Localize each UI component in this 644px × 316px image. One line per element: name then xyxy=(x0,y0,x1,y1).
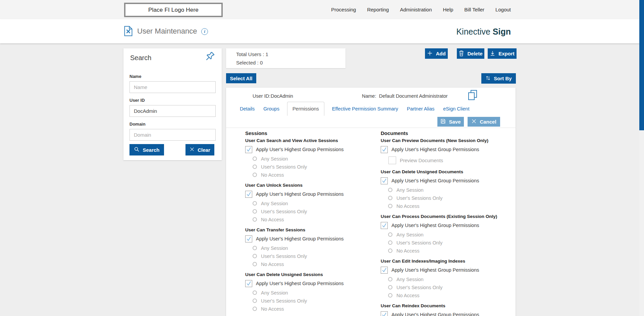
radio-user-s-sessions-only[interactable] xyxy=(253,209,257,214)
permission-radio-row: User's Sessions Only xyxy=(253,164,381,170)
delete-button-label: Delete xyxy=(467,51,482,56)
nav-item-help[interactable]: Help xyxy=(443,7,453,12)
export-button[interactable]: Export xyxy=(488,48,517,59)
tab-effective-permission-summary[interactable]: Effective Permission Summary xyxy=(332,106,398,111)
checkbox-apply-user-s-highest-group-permissions[interactable] xyxy=(245,235,252,242)
permission-radio-row: No Access xyxy=(253,217,381,222)
page-header: User Maintenance i Kinective Sign xyxy=(0,19,644,43)
radio-user-s-sessions-only[interactable] xyxy=(388,240,392,245)
clear-button[interactable]: Clear xyxy=(185,144,214,155)
radio-user-s-sessions-only[interactable] xyxy=(388,285,392,289)
radio-any-session[interactable] xyxy=(253,246,257,250)
permission-radio-row: No Access xyxy=(253,261,381,267)
radio-any-session[interactable] xyxy=(253,290,257,295)
radio-any-session[interactable] xyxy=(253,156,257,161)
cancel-button[interactable]: Cancel xyxy=(468,117,500,127)
checkbox-label: Apply User's Highest Group Permissions xyxy=(256,281,343,286)
trash-icon xyxy=(459,50,464,57)
permission-group-title: User Can Delete Unsigned Documents xyxy=(381,169,509,175)
radio-no-access[interactable] xyxy=(388,293,392,298)
radio-any-session[interactable] xyxy=(388,232,392,237)
permission-checkbox-row: Preview Documents xyxy=(388,156,509,164)
tab-groups[interactable]: Groups xyxy=(263,106,279,111)
nav-item-reporting[interactable]: Reporting xyxy=(367,7,389,12)
radio-label: User's Sessions Only xyxy=(396,285,442,290)
permission-radio-row: Any Session xyxy=(388,232,509,237)
download-icon xyxy=(490,50,495,57)
checkbox-apply-user-s-highest-group-permissions[interactable] xyxy=(381,311,388,316)
checkbox-apply-user-s-highest-group-permissions[interactable] xyxy=(245,146,252,153)
permission-group: User Can Delete Unsigned DocumentsApply … xyxy=(381,169,509,209)
scrollbar-thumb[interactable] xyxy=(639,0,644,130)
checkbox-label: Preview Documents xyxy=(400,158,443,163)
fi-logo-placeholder: Place FI Logo Here xyxy=(124,3,223,17)
radio-user-s-sessions-only[interactable] xyxy=(253,165,257,169)
radio-no-access[interactable] xyxy=(253,307,257,311)
save-button[interactable]: Save xyxy=(437,117,464,127)
checkbox-apply-user-s-highest-group-permissions[interactable] xyxy=(381,177,388,184)
permissions-column-sessions: SessionsUser Can Search and View Active … xyxy=(245,130,381,316)
permission-group-title: User Can Reindex Documents xyxy=(381,303,509,309)
radio-user-s-sessions-only[interactable] xyxy=(388,196,392,200)
permission-radio-row: Any Session xyxy=(253,156,381,162)
total-users-text: Total Users : 1 xyxy=(236,51,345,57)
search-button[interactable]: Search xyxy=(129,144,164,155)
add-button[interactable]: Add xyxy=(425,48,448,59)
radio-user-s-sessions-only[interactable] xyxy=(253,299,257,303)
permission-radio-row: User's Sessions Only xyxy=(253,253,381,259)
tab-partner-alias[interactable]: Partner Alias xyxy=(407,106,434,111)
checkbox-apply-user-s-highest-group-permissions[interactable] xyxy=(381,146,388,153)
checkbox-apply-user-s-highest-group-permissions[interactable] xyxy=(381,267,388,274)
permissions-section-heading: Sessions xyxy=(245,130,381,136)
radio-label: User's Sessions Only xyxy=(261,254,307,259)
permission-group-title: User Can Unlock Sessions xyxy=(245,183,381,188)
radio-no-access[interactable] xyxy=(253,217,257,222)
radio-any-session[interactable] xyxy=(388,188,392,192)
radio-any-session[interactable] xyxy=(388,277,392,281)
cancel-button-label: Cancel xyxy=(480,119,496,125)
sort-arrows-icon xyxy=(485,75,491,82)
checkbox-label: Apply User's Highest Group Permissions xyxy=(256,191,343,197)
permission-radio-row: Any Session xyxy=(253,245,381,251)
info-icon[interactable]: i xyxy=(201,28,208,35)
radio-no-access[interactable] xyxy=(388,204,392,208)
radio-label: No Access xyxy=(261,172,284,178)
user-id-input[interactable] xyxy=(129,105,216,117)
radio-label: No Access xyxy=(261,217,284,222)
checkbox-apply-user-s-highest-group-permissions[interactable] xyxy=(245,280,252,287)
detail-tabs: DetailsGroupsPermissionsEffective Permis… xyxy=(240,102,469,116)
checkbox-label: Apply User's Highest Group Permissions xyxy=(256,236,343,241)
radio-label: Any Session xyxy=(396,277,424,282)
domain-input[interactable] xyxy=(129,129,216,141)
radio-label: Any Session xyxy=(261,290,288,296)
checkbox-preview-documents[interactable] xyxy=(388,156,396,164)
nav-item-bill-teller[interactable]: Bill Teller xyxy=(464,7,484,12)
checkbox-label: Apply User's Highest Group Permissions xyxy=(391,178,479,183)
nav-item-processing[interactable]: Processing xyxy=(331,7,356,12)
tab-esign-client[interactable]: eSign Client xyxy=(443,106,469,111)
checkbox-apply-user-s-highest-group-permissions[interactable] xyxy=(245,191,252,198)
radio-label: User's Sessions Only xyxy=(261,209,307,214)
select-all-button[interactable]: Select All xyxy=(226,73,256,83)
nav-item-administration[interactable]: Administration xyxy=(400,7,432,12)
radio-no-access[interactable] xyxy=(388,249,392,253)
tab-permissions[interactable]: Permissions xyxy=(287,102,324,116)
tab-details[interactable]: Details xyxy=(240,106,255,111)
radio-no-access[interactable] xyxy=(253,173,257,177)
radio-any-session[interactable] xyxy=(253,201,257,206)
pin-icon[interactable] xyxy=(204,51,216,64)
nav-item-logout[interactable]: Logout xyxy=(495,7,511,12)
permission-group-title: User Can Edit Indexes/Imaging Indexes xyxy=(381,259,509,264)
name-input[interactable] xyxy=(129,81,216,93)
checkbox-apply-user-s-highest-group-permissions[interactable] xyxy=(381,222,388,229)
copy-icon[interactable] xyxy=(468,90,477,102)
sort-by-button[interactable]: Sort By xyxy=(481,73,516,84)
permission-group: User Can Process Documents (Existing Ses… xyxy=(381,214,509,254)
radio-user-s-sessions-only[interactable] xyxy=(253,254,257,258)
radio-no-access[interactable] xyxy=(253,262,257,266)
vertical-scrollbar[interactable] xyxy=(639,0,644,316)
permissions-column-documents: DocumentsUser Can Preview Documents (New… xyxy=(381,130,509,316)
delete-button[interactable]: Delete xyxy=(457,48,484,59)
radio-label: No Access xyxy=(396,204,420,209)
radio-label: Any Session xyxy=(261,245,288,251)
